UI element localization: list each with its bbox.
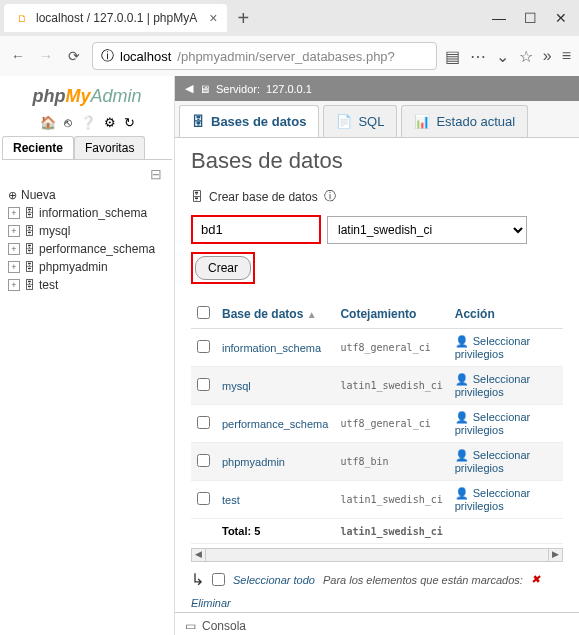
tree-db-item[interactable]: +🗄test <box>8 276 166 294</box>
action-cell[interactable]: 👤Seleccionar privilegios <box>449 443 563 481</box>
new-db-icon: ⊕ <box>8 189 17 202</box>
settings-icon[interactable]: ⚙ <box>104 115 116 130</box>
database-icon: 🗄 <box>24 243 35 255</box>
tree-db-item[interactable]: +🗄phpmyadmin <box>8 258 166 276</box>
status-icon: 📊 <box>414 114 430 129</box>
url-path: /phpmyadmin/server_databases.php? <box>177 49 395 64</box>
browser-chrome: 🗋 localhost / 127.0.0.1 | phpMyA × + — ☐… <box>0 0 579 76</box>
expand-icon[interactable]: + <box>8 207 20 219</box>
db-name-cell[interactable]: phpmyadmin <box>216 443 334 481</box>
database-icon: 🗄 <box>24 279 35 291</box>
server-icon: 🖥 <box>199 83 210 95</box>
select-all-checkbox[interactable] <box>197 306 210 319</box>
content: Bases de datos 🗄 Crear base de datos ⓘ l… <box>175 138 579 612</box>
tab-sql[interactable]: 📄SQL <box>323 105 397 137</box>
tab-favorites[interactable]: Favoritas <box>74 136 145 159</box>
phpmyadmin-logo: phpMyAdmin <box>2 86 172 107</box>
db-name-cell[interactable]: performance_schema <box>216 405 334 443</box>
col-action: Acción <box>449 300 563 329</box>
menu-icon[interactable]: ≡ <box>562 47 571 65</box>
create-db-label: 🗄 Crear base de datos ⓘ <box>191 188 563 205</box>
scroll-left-icon[interactable]: ◀ <box>192 549 206 561</box>
new-tab-button[interactable]: + <box>227 7 259 30</box>
col-collation[interactable]: Cotejamiento <box>334 300 448 329</box>
tab-databases[interactable]: 🗄Bases de datos <box>179 105 319 137</box>
privileges-icon: 👤 <box>455 335 469 347</box>
expand-icon[interactable]: + <box>8 279 20 291</box>
privileges-icon: 👤 <box>455 373 469 385</box>
docs-icon[interactable]: ❔ <box>80 115 96 130</box>
tree-new-db[interactable]: ⊕ Nueva <box>8 186 166 204</box>
browser-tab[interactable]: 🗋 localhost / 127.0.0.1 | phpMyA × <box>4 4 227 32</box>
home-icon[interactable]: 🏠 <box>40 115 56 130</box>
help-icon[interactable]: ⓘ <box>324 188 336 205</box>
table-row: information_schemautf8_general_ci👤Selecc… <box>191 329 563 367</box>
delete-link[interactable]: Eliminar <box>191 597 231 609</box>
db-name-input[interactable] <box>191 215 321 244</box>
bulk-actions: ↳ Seleccionar todo Para los elementos qu… <box>191 570 563 609</box>
reload-nav-icon[interactable]: ↻ <box>124 115 135 130</box>
tab-bar: 🗋 localhost / 127.0.0.1 | phpMyA × + — ☐… <box>0 0 579 36</box>
chevron-left-icon[interactable]: ◀ <box>185 82 193 95</box>
forward-button[interactable]: → <box>36 46 56 66</box>
reload-button[interactable]: ⟳ <box>64 46 84 66</box>
breadcrumb: ◀ 🖥 Servidor: 127.0.0.1 <box>175 76 579 101</box>
select-all-link[interactable]: Seleccionar todo <box>233 574 315 586</box>
app: phpMyAdmin 🏠 ⎋ ❔ ⚙ ↻ Reciente Favoritas … <box>0 76 579 635</box>
console-bar[interactable]: ▭ Consola <box>175 612 579 635</box>
pocket-icon[interactable]: ⌄ <box>496 47 509 66</box>
url-field[interactable]: ⓘ localhost/phpmyadmin/server_databases.… <box>92 42 437 70</box>
action-cell[interactable]: 👤Seleccionar privilegios <box>449 329 563 367</box>
overflow-icon[interactable]: » <box>543 47 552 65</box>
row-checkbox[interactable] <box>197 416 210 429</box>
db-name-cell[interactable]: information_schema <box>216 329 334 367</box>
info-icon[interactable]: ⓘ <box>101 47 114 65</box>
row-checkbox[interactable] <box>197 340 210 353</box>
tree-db-item[interactable]: +🗄information_schema <box>8 204 166 222</box>
maximize-icon[interactable]: ☐ <box>524 10 537 26</box>
action-cell[interactable]: 👤Seleccionar privilegios <box>449 481 563 519</box>
logout-icon[interactable]: ⎋ <box>64 115 72 130</box>
sidebar: phpMyAdmin 🏠 ⎋ ❔ ⚙ ↻ Reciente Favoritas … <box>0 76 175 635</box>
database-icon: 🗄 <box>24 207 35 219</box>
db-name-cell[interactable]: mysql <box>216 367 334 405</box>
close-icon[interactable]: × <box>209 10 217 26</box>
db-name-cell[interactable]: test <box>216 481 334 519</box>
bookmark-icon[interactable]: ☆ <box>519 47 533 66</box>
expand-icon[interactable]: + <box>8 225 20 237</box>
reader-icon[interactable]: ▤ <box>445 47 460 66</box>
more-icon[interactable]: ⋯ <box>470 47 486 66</box>
bulk-select-checkbox[interactable] <box>212 573 225 586</box>
window-controls: — ☐ ✕ <box>492 10 575 26</box>
minimize-icon[interactable]: — <box>492 10 506 26</box>
expand-icon[interactable]: + <box>8 261 20 273</box>
row-checkbox[interactable] <box>197 454 210 467</box>
scroll-right-icon[interactable]: ▶ <box>548 549 562 561</box>
tab-status[interactable]: 📊Estado actual <box>401 105 528 137</box>
horizontal-scrollbar[interactable]: ◀ ▶ <box>191 548 563 562</box>
tab-recent[interactable]: Reciente <box>2 136 74 159</box>
back-button[interactable]: ← <box>8 46 28 66</box>
collation-select[interactable]: latin1_swedish_ci <box>327 216 527 244</box>
row-checkbox[interactable] <box>197 492 210 505</box>
create-button[interactable]: Crear <box>195 256 251 280</box>
col-name[interactable]: Base de datos ▲ <box>216 300 334 329</box>
tree-db-item[interactable]: +🗄mysql <box>8 222 166 240</box>
action-cell[interactable]: 👤Seleccionar privilegios <box>449 367 563 405</box>
expand-icon[interactable]: + <box>8 243 20 255</box>
tab-title: localhost / 127.0.0.1 | phpMyA <box>36 11 197 25</box>
new-db-icon: 🗄 <box>191 190 203 204</box>
collapse-icon[interactable]: ⊟ <box>2 166 172 182</box>
row-checkbox[interactable] <box>197 378 210 391</box>
main-tabs: 🗄Bases de datos 📄SQL 📊Estado actual <box>175 101 579 138</box>
privileges-icon: 👤 <box>455 449 469 461</box>
close-window-icon[interactable]: ✕ <box>555 10 567 26</box>
table-row: mysqllatin1_swedish_ci👤Seleccionar privi… <box>191 367 563 405</box>
sort-asc-icon: ▲ <box>307 309 317 320</box>
sidebar-quick-icons: 🏠 ⎋ ❔ ⚙ ↻ <box>2 115 172 130</box>
collation-cell: latin1_swedish_ci <box>334 367 448 405</box>
tree-db-item[interactable]: +🗄performance_schema <box>8 240 166 258</box>
collation-cell: utf8_general_ci <box>334 405 448 443</box>
create-db-section: 🗄 Crear base de datos ⓘ latin1_swedish_c… <box>191 188 563 284</box>
action-cell[interactable]: 👤Seleccionar privilegios <box>449 405 563 443</box>
